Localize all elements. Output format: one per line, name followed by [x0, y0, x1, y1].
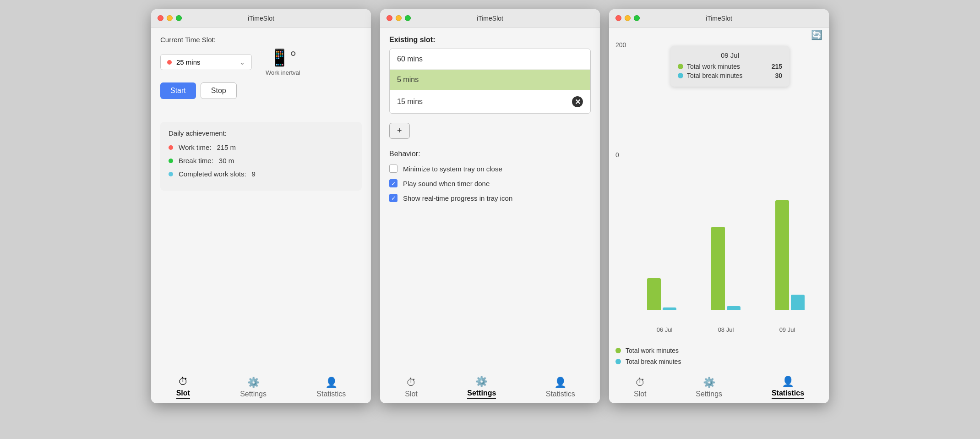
traffic-lights-1	[158, 15, 182, 21]
tab-statistics-1[interactable]: 👤 Statistics	[307, 375, 355, 400]
minimize-button-3[interactable]	[625, 15, 631, 21]
close-button-1[interactable]	[158, 15, 163, 21]
maximize-button-1[interactable]	[176, 15, 182, 21]
tab-slot-3[interactable]: ⏱ Slot	[625, 375, 656, 400]
achievement-box: Daily achievement: Work time: 215 m Brea…	[160, 122, 362, 191]
tab-slot-label-3: Slot	[634, 390, 647, 398]
titlebar-2: iTimeSlot	[380, 9, 600, 27]
legend-break-dot	[615, 359, 621, 364]
tab-bar-3: ⏱ Slot ⚙️ Settings 👤 Statistics	[609, 370, 829, 403]
slot-item-5[interactable]: 5 mins	[390, 70, 590, 90]
work-time-dot	[169, 145, 173, 150]
tab-settings-1[interactable]: ⚙️ Settings	[231, 375, 276, 400]
slot-item-15[interactable]: 15 mins ✕	[390, 90, 590, 113]
tab-settings-3[interactable]: ⚙️ Settings	[686, 375, 731, 400]
tooltip-date: 09 Jul	[678, 51, 782, 59]
break-bar-06jul	[663, 307, 676, 310]
x-label-06jul: 06 Jul	[657, 326, 673, 333]
bar-group-09jul	[762, 200, 818, 310]
existing-slot-label: Existing slot:	[389, 36, 591, 44]
legend-work: Total work minutes	[615, 347, 822, 354]
y-label-200: 200	[615, 41, 626, 49]
work-bar-08jul	[711, 227, 725, 310]
x-label-08jul: 08 Jul	[718, 326, 734, 333]
slot-item-label-60: 60 mins	[397, 55, 423, 63]
bar-group-08jul	[698, 200, 754, 310]
slot-item-label-5: 5 mins	[397, 76, 419, 84]
tab-settings-2[interactable]: ⚙️ Settings	[458, 374, 505, 401]
break-bar-08jul	[727, 306, 740, 310]
chart-tooltip: 09 Jul Total work minutes 215 Total brea…	[670, 46, 789, 87]
work-time-label: Work time:	[179, 143, 211, 151]
close-button-2[interactable]	[387, 15, 392, 21]
gear-icon-2: ⚙️	[475, 376, 488, 388]
window-slot: iTimeSlot Current Time Slot: 25 mins ⌄ 📱…	[151, 9, 371, 403]
tab-bar-1: ⏱ Slot ⚙️ Settings 👤 Statistics	[151, 370, 371, 403]
slot-dot	[167, 60, 172, 65]
tooltip-break-value: 30	[775, 72, 782, 79]
tab-statistics-label-3: Statistics	[772, 389, 804, 399]
slot-content: Current Time Slot: 25 mins ⌄ 📱° Work ine…	[151, 27, 371, 370]
break-time-dot	[169, 159, 173, 163]
work-bar-06jul	[647, 278, 661, 310]
completed-value: 9	[252, 170, 256, 178]
person-icon-1: 👤	[325, 377, 338, 389]
window-title-3: iTimeSlot	[706, 15, 732, 22]
tab-statistics-label-2: Statistics	[546, 390, 575, 398]
slot-item-60[interactable]: 60 mins	[390, 49, 590, 70]
person-icon-3: 👤	[782, 376, 794, 388]
close-button-3[interactable]	[615, 15, 621, 21]
window-settings: iTimeSlot Existing slot: 60 mins 5 mins …	[380, 9, 600, 403]
tab-slot-1[interactable]: ⏱ Slot	[167, 374, 199, 401]
minimize-button-2[interactable]	[396, 15, 402, 21]
bar-group-06jul	[634, 200, 690, 310]
tab-slot-2[interactable]: ⏱ Slot	[396, 375, 427, 400]
tooltip-work-label: Total work minutes	[687, 63, 740, 70]
legend-break-label: Total break minutes	[626, 358, 681, 365]
completed-label: Completed work slots:	[179, 170, 246, 178]
work-inertval-label: Work inertval	[266, 69, 300, 76]
tooltip-break-dot	[678, 73, 683, 78]
behavior-sound: ✓ Play sound when timer done	[389, 179, 591, 187]
chart-area: 200 0 09 Jul Total work minutes 215 Tota…	[615, 32, 822, 338]
minimize-button-1[interactable]	[167, 15, 173, 21]
stop-button[interactable]: Stop	[201, 82, 237, 99]
clock-icon-2: ⏱	[406, 377, 416, 389]
titlebar-3: iTimeSlot	[609, 9, 829, 27]
checkbox-minimize[interactable]	[389, 165, 397, 173]
tooltip-work-value: 215	[772, 63, 782, 70]
person-icon-2: 👤	[554, 377, 566, 389]
tab-statistics-label-1: Statistics	[316, 390, 346, 398]
gear-icon-3: ⚙️	[703, 377, 715, 389]
slot-list: 60 mins 5 mins 15 mins ✕	[389, 49, 591, 114]
achievement-title: Daily achievement:	[169, 129, 354, 137]
tab-slot-label-1: Slot	[176, 389, 190, 399]
tooltip-work-row: Total work minutes 215	[678, 63, 782, 70]
maximize-button-3[interactable]	[634, 15, 640, 21]
remove-slot-button[interactable]: ✕	[572, 96, 583, 107]
add-slot-button[interactable]: +	[389, 123, 410, 139]
window-title-1: iTimeSlot	[248, 15, 274, 22]
tab-statistics-2[interactable]: 👤 Statistics	[537, 375, 584, 400]
tab-statistics-3[interactable]: 👤 Statistics	[762, 374, 813, 401]
completed-row: Completed work slots: 9	[169, 170, 354, 178]
slot-item-label-15: 15 mins	[397, 98, 423, 106]
traffic-lights-2	[387, 15, 411, 21]
statistics-content: 🔄 200 0 09 Jul Total work minutes 215 To…	[609, 27, 829, 370]
time-slot-dropdown[interactable]: 25 mins ⌄	[160, 54, 252, 70]
start-button[interactable]: Start	[160, 82, 196, 99]
behavior-progress: ✓ Show real-time progress in tray icon	[389, 194, 591, 202]
checkbox-progress[interactable]: ✓	[389, 194, 397, 202]
tab-bar-2: ⏱ Slot ⚙️ Settings 👤 Statistics	[380, 370, 600, 403]
window-title-2: iTimeSlot	[477, 15, 503, 22]
gear-icon-1: ⚙️	[247, 377, 260, 389]
legend-break: Total break minutes	[615, 358, 822, 365]
maximize-button-2[interactable]	[405, 15, 411, 21]
y-label-0: 0	[615, 151, 619, 159]
legend-work-label: Total work minutes	[626, 347, 679, 354]
break-time-label: Break time:	[179, 157, 213, 165]
checkbox-sound[interactable]: ✓	[389, 179, 397, 187]
bars-08jul	[711, 200, 740, 310]
chart-x-labels: 06 Jul 08 Jul 09 Jul	[634, 326, 818, 333]
behavior-progress-label: Show real-time progress in tray icon	[403, 194, 512, 202]
